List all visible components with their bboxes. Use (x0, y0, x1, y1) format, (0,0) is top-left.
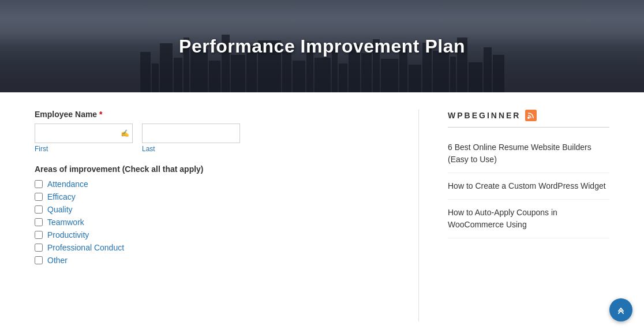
checkbox-label-attendance: Attendance (47, 179, 88, 189)
checkbox-list: AttendanceEfficacyQualityTeamworkProduct… (35, 179, 390, 265)
scroll-to-top-button[interactable] (609, 298, 632, 321)
checkbox-professional_conduct[interactable] (35, 244, 43, 252)
checkbox-label-teamwork: Teamwork (47, 218, 84, 227)
checkbox-quality[interactable] (35, 205, 43, 214)
last-label: Last (142, 145, 240, 153)
page-title: Performance Improvement Plan (179, 36, 465, 57)
checkbox-teamwork[interactable] (35, 218, 43, 226)
sidebar-link-1[interactable]: How to Create a Custom WordPress Widget (448, 180, 609, 192)
list-item: Quality (35, 205, 390, 214)
first-label: First (35, 145, 133, 153)
list-item: Productivity (35, 230, 390, 240)
areas-of-improvement-label: Areas of improvement (Check all that app… (35, 164, 390, 174)
sidebar-link-0[interactable]: 6 Best Online Resume Website Builders (E… (448, 141, 609, 166)
checkbox-efficacy[interactable] (35, 193, 43, 201)
form-section: Employee Name * ✍ First Last Areas of im… (35, 110, 390, 321)
first-name-input-container: ✍ (35, 124, 133, 143)
last-name-input[interactable] (142, 124, 240, 143)
sidebar-links: 6 Best Online Resume Website Builders (E… (448, 134, 609, 238)
checkbox-label-efficacy: Efficacy (47, 192, 76, 201)
required-indicator: * (99, 110, 102, 119)
list-item: Efficacy (35, 192, 390, 201)
svg-point-0 (527, 117, 530, 119)
sidebar-title: WPBEGINNER (448, 111, 521, 120)
hero-section: Performance Improvement Plan (0, 0, 644, 92)
checkbox-other[interactable] (35, 256, 43, 264)
checkbox-label-professional_conduct: Professional Conduct (47, 243, 124, 252)
employee-name-field: Employee Name * ✍ First Last (35, 110, 390, 153)
list-item: How to Auto-Apply Coupons in WooCommerce… (448, 200, 609, 238)
sidebar-link-2[interactable]: How to Auto-Apply Coupons in WooCommerce… (448, 207, 609, 231)
employee-name-label: Employee Name * (35, 110, 390, 119)
checkbox-productivity[interactable] (35, 231, 43, 239)
list-item: Professional Conduct (35, 243, 390, 252)
first-name-wrap: ✍ First (35, 124, 133, 153)
sidebar-divider (418, 110, 419, 321)
main-layout: Employee Name * ✍ First Last Areas of im… (0, 92, 644, 333)
last-name-wrap: Last (142, 124, 240, 153)
checkbox-label-quality: Quality (47, 205, 73, 214)
input-icon: ✍ (121, 129, 129, 137)
list-item: How to Create a Custom WordPress Widget (448, 173, 609, 200)
checkbox-label-productivity: Productivity (47, 230, 89, 240)
name-fields-row: ✍ First Last (35, 124, 390, 153)
list-item: Attendance (35, 179, 390, 189)
list-item: Teamwork (35, 218, 390, 227)
checkbox-attendance[interactable] (35, 180, 43, 188)
list-item: 6 Best Online Resume Website Builders (E… (448, 134, 609, 173)
sidebar: WPBEGINNER 6 Best Online Resume Website … (448, 110, 609, 321)
checkbox-label-other: Other (47, 256, 68, 265)
list-item: Other (35, 256, 390, 265)
first-name-input[interactable] (35, 124, 133, 143)
sidebar-header: WPBEGINNER (448, 110, 609, 128)
rss-icon[interactable] (525, 110, 537, 121)
